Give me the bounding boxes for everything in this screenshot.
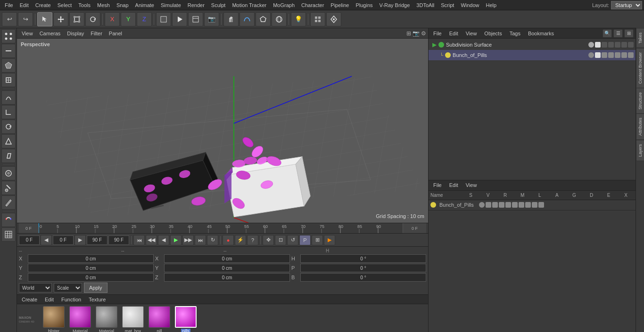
polygon-mode-button[interactable] [256, 12, 271, 26]
attr-icon-6[interactable] [512, 202, 518, 208]
subdiv-dot1[interactable] [588, 42, 594, 48]
scale-button[interactable] [69, 12, 84, 26]
rotate-button[interactable] [85, 12, 100, 26]
menu-help[interactable]: Help [483, 1, 500, 9]
mat-menu-texture[interactable]: Texture [86, 296, 108, 303]
menu-sculpt[interactable]: Sculpt [208, 1, 229, 9]
x-axis-button[interactable]: X [105, 12, 120, 26]
coord-h-rot[interactable] [300, 254, 426, 263]
bunch-btn5[interactable] [621, 52, 627, 58]
coord-p-rot[interactable] [300, 264, 426, 272]
subdiv-btn1[interactable] [595, 42, 601, 48]
subdiv-btn3[interactable] [608, 42, 614, 48]
attr-icon-8[interactable] [525, 202, 531, 208]
menu-file[interactable]: File [2, 1, 16, 9]
anim-mode-btn[interactable]: ▶ [324, 235, 335, 245]
sidebar-shear-btn[interactable] [1, 149, 16, 163]
preview-end-field[interactable] [108, 235, 129, 245]
undo-button[interactable]: ↩ [2, 12, 17, 26]
mat-menu-create[interactable]: Create [19, 296, 40, 303]
menu-vray-bridge[interactable]: V-Ray Bridge [377, 1, 413, 9]
start-frame-field[interactable] [19, 235, 40, 245]
menu-animate[interactable]: Animate [132, 1, 157, 9]
menu-snap[interactable]: Snap [114, 1, 132, 9]
tab-attributes[interactable]: Attributes [636, 113, 644, 140]
sidebar-taper-btn[interactable] [1, 134, 16, 148]
bunch-dot1[interactable] [588, 52, 594, 58]
go-to-start-button[interactable]: ⏮ [133, 235, 145, 245]
y-axis-button[interactable]: Y [121, 12, 136, 26]
tab-layers[interactable]: Layers [636, 140, 644, 161]
tab-structure[interactable]: Structure [636, 88, 644, 114]
auto-key-button[interactable]: ⚡ [235, 235, 246, 245]
help-button[interactable]: ? [247, 235, 258, 245]
viewport-menu-filter[interactable]: Filter [88, 30, 105, 37]
sidebar-twist-btn[interactable] [1, 90, 16, 105]
attr-menu-file[interactable]: File [430, 181, 445, 189]
bunch-btn1[interactable] [595, 52, 601, 58]
sidebar-smooth-btn[interactable] [1, 166, 16, 180]
layout-dropdown[interactable]: Startup [611, 1, 642, 9]
viewport-settings-icon[interactable]: ⚙ [421, 30, 426, 37]
viewport-canvas[interactable]: Perspective [17, 39, 428, 223]
attr-icon-7[interactable] [519, 202, 524, 208]
sidebar-mode-btn-4[interactable] [1, 73, 16, 87]
menu-select[interactable]: Select [55, 1, 75, 9]
menu-mograph[interactable]: MoGraph [270, 1, 297, 9]
menu-create[interactable]: Create [33, 1, 54, 9]
texture-mode-button[interactable] [272, 12, 287, 26]
obj-row-subdivision[interactable]: ▶ Subdivision Surface [429, 40, 636, 50]
material-item-material2[interactable]: Material [94, 306, 119, 332]
obj-menu-bookmarks[interactable]: Bookmarks [525, 30, 557, 37]
transform-rotate-btn[interactable]: ↺ [287, 235, 298, 245]
subdiv-btn6[interactable] [628, 42, 634, 48]
bunch-btn3[interactable] [608, 52, 614, 58]
prev-frame-field-btn[interactable]: ◀ [41, 235, 52, 245]
obj-menu-objects[interactable]: Objects [481, 30, 504, 37]
object-mode-button[interactable] [223, 12, 239, 26]
transform-move-btn[interactable]: ✥ [263, 235, 274, 245]
sidebar-grid-btn[interactable] [1, 227, 16, 242]
tab-takes[interactable]: Takes [636, 28, 644, 48]
attr-icon-10[interactable] [538, 202, 544, 208]
material-item-blister[interactable]: blister [41, 306, 66, 332]
obj-search-btn[interactable]: 🔍 [603, 29, 612, 38]
viewport-maximize-icon[interactable]: ⊞ [406, 30, 411, 37]
move-button[interactable] [53, 12, 68, 26]
snap-vert-button[interactable] [326, 12, 341, 26]
world-dropdown[interactable]: World [19, 283, 52, 292]
spline-mode-button[interactable] [239, 12, 255, 26]
sidebar-magnet-btn[interactable] [1, 213, 16, 227]
z-axis-button[interactable]: Z [137, 12, 152, 26]
obj-menu-file[interactable]: File [430, 30, 445, 37]
picture-viewer-button[interactable]: 📷 [204, 12, 219, 26]
subdivision-expand-icon[interactable]: ▶ [432, 41, 437, 48]
grid-view-btn[interactable]: ⊞ [312, 235, 323, 245]
material-item-pill[interactable]: pill [147, 306, 172, 332]
transform-scale-btn[interactable]: ⊡ [275, 235, 286, 245]
apply-button[interactable]: Apply [84, 283, 107, 293]
menu-motion-tracker[interactable]: Motion Tracker [229, 1, 269, 9]
next-frame-button[interactable]: ▶▶ [182, 235, 194, 245]
sidebar-mode-btn-1[interactable] [1, 29, 16, 43]
sidebar-rotate-btn[interactable] [1, 120, 16, 134]
coord-x-size[interactable] [164, 254, 290, 263]
redo-button[interactable]: ↪ [18, 12, 33, 26]
attr-menu-edit[interactable]: Edit [446, 181, 461, 189]
current-frame-field[interactable] [53, 235, 74, 245]
obj-menu-edit[interactable]: Edit [446, 30, 461, 37]
viewport-menu-panel[interactable]: Panel [106, 30, 125, 37]
menu-character[interactable]: Character [298, 1, 327, 9]
sidebar-knife-btn[interactable] [1, 195, 16, 210]
light-mode-button[interactable]: 💡 [291, 12, 306, 26]
attr-icon-4[interactable] [499, 202, 504, 208]
coord-z-size[interactable] [164, 273, 290, 282]
mat-menu-edit[interactable]: Edit [42, 296, 57, 303]
end-frame-field[interactable] [87, 235, 107, 245]
attr-row-bunch-pills[interactable]: Bunch_of_Pills [429, 200, 636, 211]
menu-render[interactable]: Render [185, 1, 207, 9]
render-region-button[interactable] [156, 12, 171, 26]
obj-expand-btn[interactable]: ⊞ [624, 29, 634, 38]
obj-filter-btn[interactable]: ☰ [613, 29, 623, 38]
attr-icon-3[interactable] [492, 202, 498, 208]
